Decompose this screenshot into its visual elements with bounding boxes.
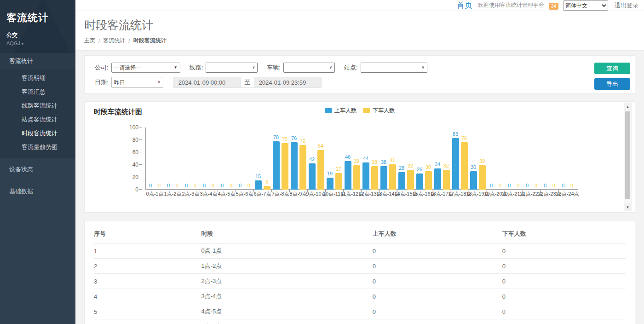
bar-wrap: 0: [551, 127, 558, 190]
table-cell: 0: [373, 259, 502, 274]
bar[interactable]: [309, 163, 316, 190]
bar[interactable]: [452, 138, 459, 190]
sidebar-subitem[interactable]: 线路客流统计: [0, 99, 75, 113]
table-cell: 0: [502, 319, 626, 324]
logout-link[interactable]: 退出登录: [615, 1, 638, 10]
bar[interactable]: [335, 173, 342, 190]
sidebar: 客流统计 公交 AQGJ ▾ 客流统计 客流明细客流汇总线路客流统计站点客流统计…: [0, 0, 75, 324]
station-select[interactable]: [361, 63, 427, 73]
vehicle-select[interactable]: [283, 63, 335, 73]
sidebar-subitem[interactable]: 站点客流统计: [0, 113, 75, 127]
bar[interactable]: [398, 172, 405, 190]
bar-value-label: 0: [567, 183, 577, 188]
bar[interactable]: [345, 161, 351, 190]
sidebar-subitem[interactable]: 时段客流统计: [0, 127, 75, 140]
sidebar-item-base-data[interactable]: 基础数据: [0, 183, 75, 200]
bar[interactable]: [327, 178, 334, 190]
bar[interactable]: [380, 166, 387, 190]
chart-category-group: 343216点-17点: [433, 127, 451, 190]
bar-value-label: 0: [495, 183, 505, 188]
bar[interactable]: [416, 174, 423, 190]
bar-wrap: 0: [497, 127, 504, 190]
bar[interactable]: [291, 142, 298, 190]
bar[interactable]: [299, 145, 306, 190]
company-code-dropdown[interactable]: AQGJ ▾: [6, 40, 69, 46]
scrollbar-track[interactable]: [624, 110, 631, 203]
bar[interactable]: [425, 171, 432, 190]
breadcrumb-section[interactable]: 客流统计: [103, 37, 125, 45]
bar-wrap: 38: [371, 127, 378, 190]
bar-wrap: 27: [335, 127, 342, 190]
chart-category-group: 384113点-14点: [379, 127, 397, 190]
bar[interactable]: [255, 180, 262, 190]
bar[interactable]: [273, 141, 280, 190]
y-axis-tick-mark: [139, 177, 142, 177]
x-axis-tick-label: 7点-8点: [272, 191, 289, 197]
bar[interactable]: [264, 186, 270, 190]
line-select[interactable]: [206, 63, 258, 73]
chart-category-group: 003点-4点: [200, 127, 218, 190]
query-button[interactable]: 查询: [594, 63, 630, 74]
bar[interactable]: [389, 164, 396, 190]
table-cell: 0: [373, 319, 502, 324]
bar[interactable]: [434, 168, 441, 190]
filter-panel: 公司: ---请选择--- ▼ 线路: ∨ 车辆: ∨ 站点: [84, 55, 635, 93]
export-button[interactable]: 导出: [594, 78, 630, 90]
bar[interactable]: [362, 162, 369, 190]
notification-badge[interactable]: 34: [549, 3, 558, 10]
bar[interactable]: [371, 166, 378, 190]
sidebar-subitem[interactable]: 客流量趋势图: [0, 140, 75, 154]
date-from-input[interactable]: [173, 77, 241, 88]
legend-item[interactable]: 上车人数: [325, 107, 356, 115]
sidebar-item-passenger-stats[interactable]: 客流统计: [0, 53, 75, 69]
header-alighting: 下车人数: [502, 225, 626, 243]
sidebar-item-device-status[interactable]: 设备状态: [0, 161, 75, 178]
bar-value-label: 0: [226, 183, 236, 188]
bar-wrap: 0: [515, 127, 522, 190]
scrollbar-thumb[interactable]: [625, 111, 630, 199]
breadcrumb-home[interactable]: 主页: [84, 37, 95, 45]
home-link[interactable]: 首页: [457, 0, 472, 11]
chart-vertical-scrollbar[interactable]: ▲ ▼: [624, 103, 632, 211]
company-select[interactable]: ---请选择---: [111, 63, 180, 73]
chart-category-group: 1566点-7点: [253, 127, 271, 190]
date-preset-select[interactable]: 昨日: [111, 77, 163, 88]
bar[interactable]: [443, 170, 450, 190]
language-select[interactable]: 简体中文: [563, 0, 608, 11]
bar-value-label: 72: [298, 138, 308, 144]
sidebar-subitem[interactable]: 客流汇总: [0, 85, 75, 99]
bar-value-label: 0: [172, 183, 182, 188]
bar[interactable]: [479, 165, 486, 190]
bar[interactable]: [282, 143, 288, 190]
bar[interactable]: [461, 142, 468, 190]
date-to-input[interactable]: [254, 77, 322, 88]
table-row: 10点-1点00: [94, 243, 626, 259]
table-row: 32点-3点00: [94, 274, 626, 289]
app-logo-title: 客流统计: [6, 11, 69, 25]
sidebar-subitem[interactable]: 客流明细: [0, 71, 75, 85]
bar[interactable]: [407, 170, 414, 190]
scroll-down-arrow-icon[interactable]: ▼: [624, 203, 631, 211]
bar[interactable]: [317, 150, 324, 190]
chart-header: 时段车流统计图 上车人数下车人数: [85, 102, 635, 117]
breadcrumb-separator: /: [98, 38, 100, 44]
legend-item[interactable]: 下车人数: [363, 107, 395, 115]
x-axis-tick-label: 3点-4点: [200, 191, 218, 197]
bar-value-label: 0: [154, 183, 164, 188]
bar[interactable]: [470, 171, 477, 190]
bar[interactable]: [353, 165, 360, 190]
bar-wrap: 42: [309, 127, 316, 190]
period-stats-table: 序号 时段 上车人数 下车人数 10点-1点0021点-2点0032点-3点00…: [94, 225, 626, 324]
bar-value-label: 15: [253, 174, 263, 179]
chart-category-group: 303918点-19点: [469, 127, 487, 190]
scroll-up-arrow-icon[interactable]: ▲: [624, 103, 631, 110]
table-cell: 0: [373, 243, 502, 259]
bar-wrap: 38: [380, 127, 387, 190]
bar-value-label: 41: [387, 157, 397, 163]
bar-value-label: 39: [351, 158, 362, 164]
bar-value-label: 0: [208, 183, 218, 188]
x-axis-tick-label: 4点-5点: [218, 191, 236, 197]
bar-wrap: 30: [425, 127, 432, 190]
filter-row-1: 公司: ---请选择--- ▼ 线路: ∨ 车辆: ∨ 站点: [95, 63, 635, 73]
bar-wrap: 26: [416, 127, 423, 190]
